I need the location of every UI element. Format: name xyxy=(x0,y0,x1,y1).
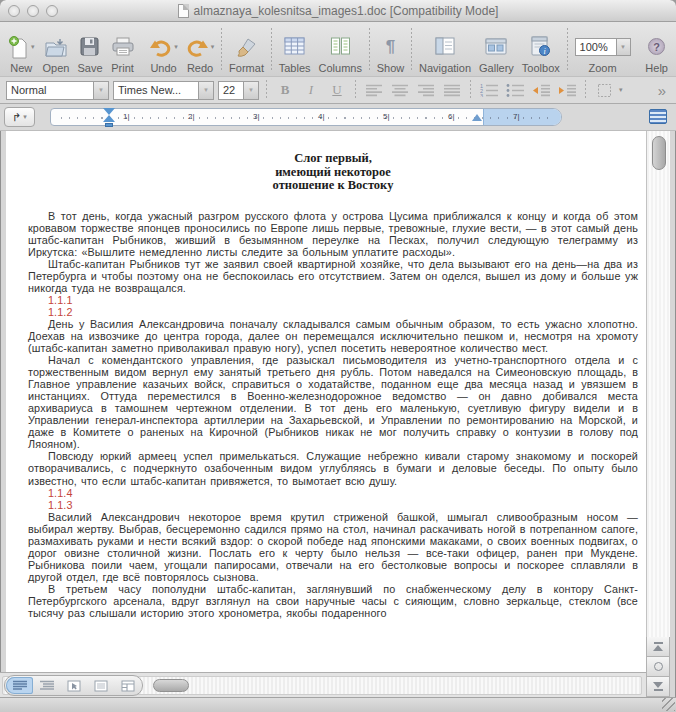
svg-text:i: i xyxy=(544,47,546,56)
title-bar: almaznaya_kolesnitsa_images1.doc [Compat… xyxy=(0,0,676,22)
formatbar-separator xyxy=(585,80,586,100)
bulleted-list-button[interactable] xyxy=(504,80,526,100)
toolbar-separator xyxy=(142,28,143,72)
save-floppy-icon xyxy=(80,36,100,57)
ruler-mark: 7| xyxy=(513,112,520,121)
italic-button[interactable]: I xyxy=(300,80,322,100)
normal-view-icon xyxy=(12,680,28,691)
font-combo[interactable]: Times New... ▼ xyxy=(113,81,214,100)
toolbox-icon: i xyxy=(530,36,551,57)
window-controls xyxy=(8,5,58,17)
format-button[interactable]: Format xyxy=(225,26,268,74)
chapter-heading: Слог первый, имеющий некоторое отношение… xyxy=(28,152,638,193)
zoom-value-field[interactable]: 100% xyxy=(575,38,617,56)
left-indent-marker[interactable] xyxy=(105,123,113,127)
undo-dropdown-arrow-icon[interactable]: ▾ xyxy=(174,43,178,51)
window-resize-grip[interactable] xyxy=(662,698,675,711)
font-combo-value[interactable]: Times New... xyxy=(113,81,199,100)
list-number-field: 1.1.1 xyxy=(28,294,638,306)
zoom-window-button[interactable] xyxy=(46,5,58,17)
font-size-dropdown-arrow-icon[interactable]: ▼ xyxy=(244,81,259,100)
style-dropdown-arrow-icon[interactable]: ▼ xyxy=(94,81,109,100)
tables-button[interactable]: Tables xyxy=(275,26,315,74)
previous-page-button[interactable] xyxy=(646,637,670,657)
align-left-icon xyxy=(365,84,383,97)
list-number-field: 1.1.2 xyxy=(28,306,638,318)
open-folder-icon xyxy=(44,36,68,58)
previous-page-icon xyxy=(654,642,663,644)
page-content: Слог первый, имеющий некоторое отношение… xyxy=(6,131,646,619)
select-browse-object-button[interactable] xyxy=(646,657,670,677)
vertical-scrollbar[interactable] xyxy=(646,131,670,637)
navigation-button[interactable]: Navigation xyxy=(415,26,475,74)
align-right-button[interactable] xyxy=(415,80,437,100)
toolbox-button[interactable]: i Toolbox xyxy=(518,26,564,74)
hanging-indent-marker[interactable] xyxy=(103,115,115,122)
save-button[interactable]: Save xyxy=(73,26,106,74)
notebook-layout-view-button[interactable] xyxy=(87,677,114,694)
toolbar-overflow-chevron[interactable]: » xyxy=(658,82,670,99)
redo-dropdown-arrow-icon[interactable]: ▾ xyxy=(211,43,215,51)
window-title-text: almaznaya_kolesnitsa_images1.doc [Compat… xyxy=(194,4,499,18)
publishing-layout-view-icon xyxy=(120,680,136,692)
font-size-combo[interactable]: 22 ▼ xyxy=(218,81,259,100)
browse-object-controls xyxy=(646,637,670,697)
document-page[interactable]: Слог первый, имеющий некоторое отношение… xyxy=(6,131,646,672)
new-button[interactable]: ▾ New xyxy=(4,26,39,74)
view-switcher xyxy=(4,675,143,696)
help-button[interactable]: ? Help xyxy=(641,26,672,74)
numbered-list-button[interactable]: 123 xyxy=(478,80,500,100)
outline-view-button[interactable] xyxy=(33,677,60,694)
borders-dropdown-arrow-icon[interactable]: ▾ xyxy=(619,86,623,94)
minimize-window-button[interactable] xyxy=(27,5,39,17)
toolbar-separator xyxy=(271,28,272,72)
new-dropdown-arrow-icon[interactable]: ▾ xyxy=(31,43,35,51)
body-paragraph: День у Василия Александровича поначалу с… xyxy=(28,318,638,354)
browse-object-icon xyxy=(654,662,663,671)
increase-indent-button[interactable] xyxy=(556,80,578,100)
style-combo[interactable]: Normal ▼ xyxy=(6,81,109,100)
align-center-icon xyxy=(391,84,409,97)
vertical-scrollbar-thumb[interactable] xyxy=(652,136,666,170)
body-paragraph: Штабс-капитан Рыбников тут же заявил сво… xyxy=(28,258,638,294)
columns-icon xyxy=(330,37,351,56)
zoom-control[interactable]: 100% ▼ Zoom xyxy=(571,26,635,74)
horizontal-ruler[interactable]: 1| 2| 3| 4| 5| 6| 7| xyxy=(50,108,562,126)
print-button[interactable]: Print xyxy=(107,26,139,74)
standard-toolbar: ▾ New Open Save Print ▾ Undo xyxy=(0,22,676,77)
redo-button[interactable]: ▾ Redo xyxy=(182,26,219,74)
outline-view-icon xyxy=(39,680,55,691)
open-button[interactable]: Open xyxy=(39,26,74,74)
align-justify-button[interactable] xyxy=(441,80,463,100)
font-size-value[interactable]: 22 xyxy=(218,81,244,100)
bold-button[interactable]: B xyxy=(274,80,296,100)
borders-button[interactable] xyxy=(593,80,615,100)
normal-view-button[interactable] xyxy=(6,677,33,694)
zoom-dropdown-arrow-icon[interactable]: ▼ xyxy=(617,38,631,56)
align-left-button[interactable] xyxy=(363,80,385,100)
style-combo-value[interactable]: Normal xyxy=(6,81,94,100)
right-indent-marker[interactable] xyxy=(472,114,482,121)
font-dropdown-arrow-icon[interactable]: ▼ xyxy=(199,81,214,100)
ruler-mark: 1| xyxy=(123,112,130,121)
close-window-button[interactable] xyxy=(8,5,20,17)
underline-button[interactable]: U xyxy=(326,80,348,100)
first-line-indent-marker[interactable] xyxy=(103,108,115,115)
list-number-field: 1.1.4 xyxy=(28,487,638,499)
next-page-icon xyxy=(653,682,663,688)
body-paragraph: В тот день, когда ужасный разгром русско… xyxy=(28,210,638,258)
decrease-indent-button[interactable] xyxy=(530,80,552,100)
gallery-button[interactable]: Gallery xyxy=(475,26,518,74)
publishing-layout-view-button[interactable] xyxy=(114,677,141,694)
formatbar-separator xyxy=(470,80,471,100)
show-button[interactable]: ¶ Show xyxy=(373,26,409,74)
undo-button[interactable]: ▾ Undo xyxy=(145,26,182,74)
page-layout-view-button[interactable] xyxy=(60,677,87,694)
split-pane-handle-icon[interactable] xyxy=(649,109,667,124)
tab-stop-selector[interactable]: ↱ ▾ xyxy=(4,107,35,127)
notebook-layout-view-icon xyxy=(93,680,109,692)
horizontal-scrollbar-thumb[interactable] xyxy=(153,679,189,692)
columns-button[interactable]: Columns xyxy=(315,26,366,74)
align-center-button[interactable] xyxy=(389,80,411,100)
next-page-button[interactable] xyxy=(646,677,670,697)
